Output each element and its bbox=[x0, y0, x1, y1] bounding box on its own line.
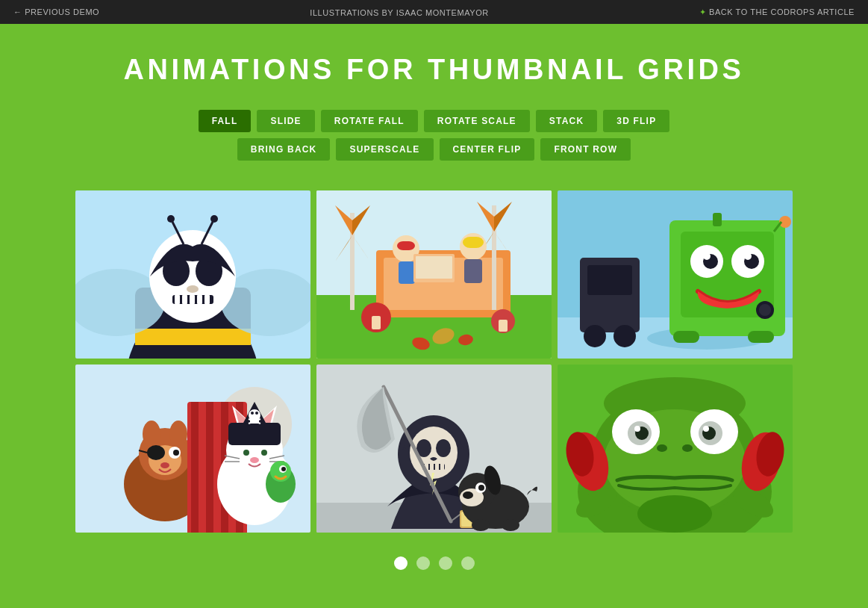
top-nav-bar: PREVIOUS DEMO ILLUSTRATIONS BY ISAAC MON… bbox=[0, 0, 868, 24]
thumbnail-3[interactable] bbox=[558, 190, 793, 359]
thumbnail-5[interactable] bbox=[316, 365, 552, 533]
svg-point-107 bbox=[250, 457, 259, 463]
animation-btn-bring-back[interactable]: BRING BACK bbox=[237, 138, 331, 161]
svg-rect-46 bbox=[499, 320, 508, 332]
top-nav-right: BACK TO THE CODROPS ARTICLE bbox=[699, 7, 855, 17]
svg-rect-15 bbox=[204, 295, 210, 304]
svg-point-9 bbox=[187, 285, 199, 293]
animation-buttons-row1: FALLSLIDEROTATE FALLROTATE SCALESTACK3D … bbox=[199, 110, 670, 132]
svg-point-158 bbox=[657, 444, 667, 452]
svg-rect-67 bbox=[713, 213, 722, 226]
top-nav-center: ILLUSTRATIONS BY ISAAC MONTEMAYOR bbox=[310, 5, 488, 19]
svg-rect-42 bbox=[416, 256, 452, 279]
animation-btn-rotate-scale[interactable]: ROTATE SCALE bbox=[424, 110, 530, 132]
svg-rect-68 bbox=[673, 331, 699, 343]
pagination-dot-2[interactable] bbox=[416, 556, 430, 570]
prev-demo-link[interactable]: PREVIOUS DEMO bbox=[13, 7, 99, 16]
svg-rect-125 bbox=[435, 464, 439, 470]
thumbnail-2[interactable] bbox=[316, 190, 552, 359]
back-to-codrops-link[interactable]: BACK TO THE CODROPS ARTICLE bbox=[699, 7, 855, 17]
svg-point-64 bbox=[744, 252, 752, 260]
svg-point-77 bbox=[169, 421, 187, 447]
svg-point-17 bbox=[167, 215, 175, 223]
svg-rect-126 bbox=[440, 464, 444, 470]
svg-point-6 bbox=[149, 230, 236, 323]
svg-rect-36 bbox=[397, 241, 415, 250]
svg-rect-13 bbox=[190, 295, 195, 304]
animation-btn-3d-flip[interactable]: 3D FLIP bbox=[603, 110, 669, 132]
svg-rect-44 bbox=[372, 316, 381, 329]
animation-btn-stack[interactable]: STACK bbox=[536, 110, 597, 132]
thumbnail-4[interactable] bbox=[75, 365, 310, 533]
svg-point-136 bbox=[478, 485, 484, 491]
thumbnail-grid bbox=[75, 190, 793, 533]
top-nav-left: PREVIOUS DEMO bbox=[13, 7, 99, 16]
pagination-dot-3[interactable] bbox=[439, 556, 452, 570]
animation-btn-slide[interactable]: SLIDE bbox=[257, 110, 314, 132]
animation-btn-superscale[interactable]: SUPERSCALE bbox=[336, 138, 433, 161]
svg-point-160 bbox=[637, 495, 712, 533]
svg-rect-14 bbox=[197, 295, 202, 304]
svg-point-99 bbox=[251, 412, 254, 415]
svg-point-82 bbox=[173, 450, 179, 456]
svg-point-139 bbox=[472, 519, 490, 531]
svg-point-104 bbox=[243, 450, 249, 456]
svg-point-153 bbox=[703, 426, 709, 432]
thumbnail-6[interactable] bbox=[558, 365, 793, 533]
svg-point-55 bbox=[584, 325, 606, 347]
animation-buttons-row2: BRING BACKSUPERSCALECENTER FLIPFRONT ROW bbox=[237, 138, 631, 161]
illustrations-credit: ILLUSTRATIONS BY ISAAC MONTEMAYOR bbox=[310, 8, 488, 17]
svg-rect-37 bbox=[399, 261, 415, 284]
svg-rect-69 bbox=[748, 331, 774, 343]
svg-rect-86 bbox=[206, 402, 213, 533]
svg-rect-54 bbox=[587, 265, 632, 295]
pagination-dot-1[interactable] bbox=[394, 556, 408, 570]
animation-btn-front-row[interactable]: FRONT ROW bbox=[540, 138, 631, 161]
pagination-dot-4[interactable] bbox=[461, 556, 475, 570]
svg-rect-39 bbox=[463, 237, 484, 248]
svg-point-159 bbox=[682, 444, 693, 452]
svg-rect-40 bbox=[464, 259, 482, 283]
svg-point-138 bbox=[463, 491, 473, 499]
svg-point-76 bbox=[143, 421, 160, 447]
page-title: ANIMATIONS FOR THUMBNAIL GRIDS bbox=[123, 54, 744, 86]
svg-point-140 bbox=[502, 519, 519, 531]
svg-point-66 bbox=[759, 304, 771, 316]
animation-btn-fall[interactable]: FALL bbox=[199, 110, 252, 132]
svg-point-79 bbox=[147, 445, 165, 460]
svg-point-115 bbox=[281, 467, 286, 471]
animation-btn-center-flip[interactable]: CENTER FLIP bbox=[440, 138, 535, 161]
svg-point-63 bbox=[703, 252, 711, 260]
svg-rect-95 bbox=[228, 423, 281, 445]
svg-rect-3 bbox=[135, 329, 251, 345]
pagination-dots bbox=[394, 556, 475, 570]
svg-point-56 bbox=[613, 325, 636, 347]
svg-point-106 bbox=[261, 450, 267, 456]
animation-btn-rotate-fall[interactable]: ROTATE FALL bbox=[321, 110, 418, 132]
svg-point-19 bbox=[210, 215, 218, 223]
svg-rect-124 bbox=[430, 464, 434, 470]
svg-rect-12 bbox=[182, 295, 187, 304]
main-content: ANIMATIONS FOR THUMBNAIL GRIDS FALLSLIDE… bbox=[0, 24, 868, 585]
svg-point-121 bbox=[436, 439, 451, 457]
svg-rect-11 bbox=[175, 295, 180, 304]
svg-point-152 bbox=[634, 426, 640, 432]
thumbnail-1[interactable] bbox=[75, 190, 310, 359]
svg-rect-85 bbox=[191, 402, 199, 533]
svg-point-100 bbox=[255, 412, 258, 415]
svg-point-83 bbox=[160, 462, 169, 468]
